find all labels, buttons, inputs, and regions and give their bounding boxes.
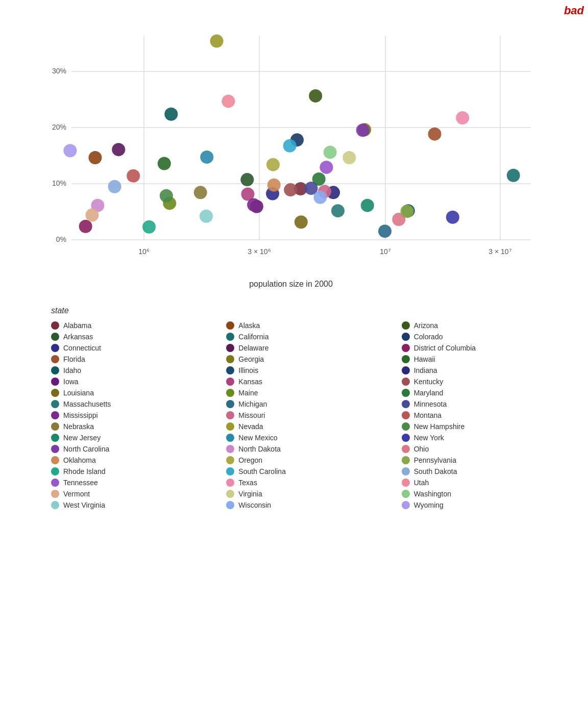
legend-dot (402, 333, 410, 341)
legend-dot (226, 467, 234, 475)
legend-label: North Dakota (238, 445, 280, 453)
legend-label: Indiana (414, 366, 437, 374)
legend-label: Tennessee (63, 479, 98, 487)
data-point-nebraska (194, 186, 207, 199)
legend-label: Vermont (63, 490, 90, 498)
legend-item-new-hampshire: New Hampshire (402, 422, 561, 431)
legend-dot (51, 445, 59, 453)
legend-dot (402, 378, 410, 386)
data-point-hawaii (158, 157, 171, 170)
data-point-alaska (88, 151, 102, 164)
legend-dot (51, 456, 59, 464)
legend-item-new-jersey: New Jersey (51, 434, 211, 442)
legend-item-virginia: Virginia (226, 490, 386, 498)
data-point-virginia (342, 151, 356, 164)
legend-dot (402, 490, 410, 498)
legend-item-nebraska: Nebraska (51, 422, 211, 431)
legend-title: state (51, 306, 561, 315)
legend-label: Iowa (63, 378, 79, 386)
legend-dot (402, 344, 410, 352)
legend-label: Nebraska (63, 422, 94, 431)
legend-dot (226, 434, 234, 442)
legend-item-rhode-island: Rhode Island (51, 467, 211, 475)
legend-dot (402, 445, 410, 453)
legend-label: Arkansas (63, 333, 93, 341)
data-point-kentucky (284, 183, 297, 196)
legend-dot (226, 389, 234, 397)
legend-label: New Jersey (63, 434, 101, 442)
legend-item-hawaii: Hawaii (402, 355, 561, 363)
legend-item-texas: Texas (226, 479, 386, 487)
data-point-rhode-island (142, 220, 156, 234)
legend-label: Maine (238, 389, 258, 397)
data-point-new-hampshire (160, 189, 173, 203)
legend-label: Nevada (238, 422, 263, 431)
legend-label: South Dakota (414, 467, 457, 475)
legend-item-oregon: Oregon (226, 456, 386, 464)
legend-item-california: California (226, 333, 386, 341)
legend-item-connecticut: Connecticut (51, 344, 211, 352)
legend-item-kentucky: Kentucky (402, 378, 561, 386)
legend-label: Oregon (238, 456, 262, 464)
legend-label: Pennsylvania (414, 456, 456, 464)
data-point-washington (324, 145, 337, 159)
data-point-arizona (309, 89, 322, 103)
legend-dot (51, 434, 59, 442)
legend-dot (226, 366, 234, 374)
legend-dot (402, 434, 410, 442)
legend-dot (226, 333, 234, 341)
legend-dot (226, 411, 234, 419)
legend-dot (226, 378, 234, 386)
legend-item-oklahoma: Oklahoma (51, 456, 211, 464)
legend-dot (402, 389, 410, 397)
data-point-delaware (112, 143, 125, 156)
data-point-oregon (266, 158, 280, 171)
legend-dot (226, 501, 234, 509)
svg-text:20%: 20% (52, 123, 66, 131)
legend-dot (51, 411, 59, 419)
data-point-pennsylvania (400, 205, 413, 218)
legend-dot (402, 400, 410, 408)
bad-label: bad (564, 4, 584, 17)
legend-label: Wyoming (414, 501, 444, 509)
legend-label: Texas (238, 479, 257, 487)
legend-item-michigan: Michigan (226, 400, 386, 408)
legend-item-illinois: Illinois (226, 366, 386, 374)
legend-dot (51, 467, 59, 475)
legend-item-tennessee: Tennessee (51, 479, 211, 487)
legend-item-iowa: Iowa (51, 378, 211, 386)
legend-dot (402, 366, 410, 374)
legend-dot (226, 344, 234, 352)
legend-area: state AlabamaAlaskaArizonaArkansasCalifo… (51, 306, 561, 509)
legend-label: New York (414, 434, 444, 442)
legend-label: Alaska (238, 321, 260, 330)
legend-label: South Carolina (238, 467, 286, 475)
legend-dot (51, 344, 59, 352)
legend-label: Rhode Island (63, 467, 106, 475)
svg-text:10⁷: 10⁷ (380, 247, 391, 256)
legend-label: Florida (63, 355, 85, 363)
legend-item-florida: Florida (51, 355, 211, 363)
legend-item-alaska: Alaska (226, 321, 386, 330)
legend-dot (51, 479, 59, 487)
data-point-south-dakota (108, 180, 121, 193)
legend-item-nevada: Nevada (226, 422, 386, 431)
data-point-west-virginia (200, 210, 213, 223)
legend-grid: AlabamaAlaskaArizonaArkansasCaliforniaCo… (51, 321, 561, 509)
data-point-new-jersey (361, 199, 374, 212)
legend-label: Montana (414, 411, 442, 419)
legend-dot (402, 355, 410, 363)
legend-item-washington: Washington (402, 490, 561, 498)
legend-dot (51, 378, 59, 386)
legend-item-wisconsin: Wisconsin (226, 501, 386, 509)
data-point-massachusetts (331, 204, 345, 217)
legend-item-arizona: Arizona (402, 321, 561, 330)
legend-dot (402, 411, 410, 419)
chart-svg: 0% 10% 20% 30% 10⁶ 3 × 10⁶ 10⁷ 3 × 10⁷ (41, 10, 541, 276)
legend-label: Minnesota (414, 400, 447, 408)
legend-item-maryland: Maryland (402, 389, 561, 397)
legend-label: New Mexico (238, 434, 277, 442)
svg-text:30%: 30% (52, 67, 66, 75)
data-point-montana (127, 169, 140, 183)
legend-dot (402, 422, 410, 431)
